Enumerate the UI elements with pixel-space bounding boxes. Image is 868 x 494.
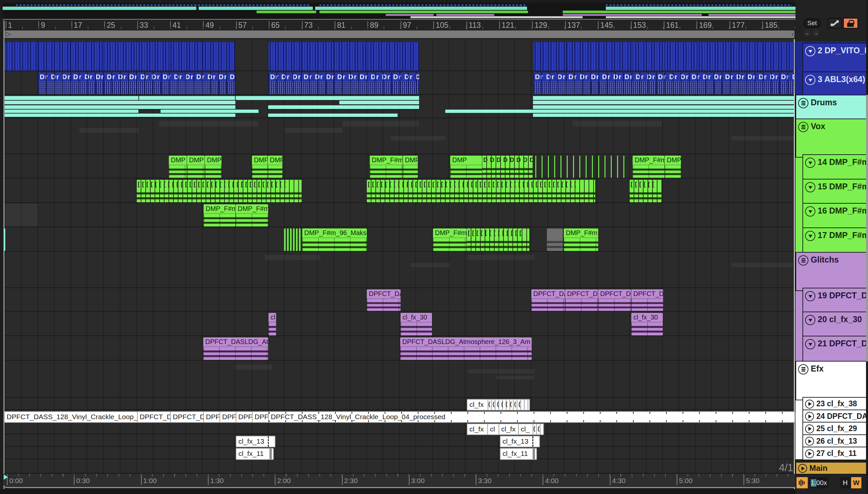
fold-circle-icon[interactable] (805, 339, 815, 349)
clip[interactable]: DPFCT_DA (531, 289, 565, 311)
arrangement-lane-group-efx[interactable] (5, 361, 794, 398)
clip[interactable]: DMP (169, 156, 187, 178)
fold-circle-icon[interactable] (805, 182, 815, 192)
clip[interactable]: cl (269, 313, 276, 336)
clip[interactable]: (((((((( (488, 399, 530, 411)
track-header-23-cl-fx-38[interactable]: 23 cl_fx_38 (803, 397, 868, 411)
track-header-19-dpfct-das[interactable]: 19 DPFCT_DAS (803, 288, 868, 315)
lock-button[interactable] (843, 18, 858, 28)
clip[interactable]: DMP (187, 156, 205, 178)
track-header-drums[interactable]: Drums (795, 95, 868, 122)
track-header-27-cl-fx-11[interactable]: 27 cl_fx_11 (803, 446, 868, 460)
fold-circle-icon[interactable] (805, 206, 815, 216)
arrangement-lane-track-21[interactable]: DPFCT_DASLDG_AtmDPFCT_DASLDG_Atmosphere_… (5, 337, 794, 361)
clip[interactable]: DMP (252, 156, 268, 178)
play-circle-icon[interactable] (805, 412, 814, 421)
clip[interactable]: DPFCT_DASLDG_Atmosphere_126_3_Am (400, 337, 532, 360)
clip[interactable]: [[[[[[[[[[[[[[[[[[[[[[[[[[[[[[[[[[[ (137, 180, 302, 202)
clip[interactable]: cl_fx_13 (236, 436, 275, 447)
track-header-14-dmp-f-m-[interactable]: 14 DMP_F#m_ (803, 154, 868, 182)
arrangement-lane-track-25[interactable]: cl_fxclcl_fxcl_(( (5, 423, 794, 434)
clip[interactable]: DPF( (252, 411, 269, 423)
audition-waveform-button[interactable] (796, 477, 808, 488)
clip[interactable]: DMP_F#m (370, 156, 403, 178)
arrangement-lane-track-3-abl3[interactable]: Dr Dr Dr Dr Dr Dr Dr Dr Dr Dr Dr Dr Dr D… (5, 72, 794, 95)
arrow-right-button[interactable]: → (812, 29, 820, 37)
arrangement-lane-group-drums[interactable] (5, 95, 794, 118)
clip[interactable]: DMP_F#m_96_Maks (302, 228, 367, 251)
fold-circle-icon[interactable] (805, 46, 815, 56)
clip[interactable]: DDDDDDDDDD (482, 156, 533, 178)
link-button[interactable] (828, 18, 842, 28)
arrangement-lane-track-27[interactable]: cl_fx_11cl_fx_11 (5, 447, 794, 459)
clip[interactable]: DPFCT_DASS_128_Vinyl_Crackle_Loop_04_pro… (268, 411, 795, 423)
clip[interactable]: DPFCT_D (598, 289, 631, 311)
track-header-glitchs[interactable]: Glitchs (795, 252, 868, 291)
clip-sliver[interactable] (4, 228, 5, 251)
fold-circle-icon[interactable] (805, 315, 815, 325)
arrangement-lane-track-15[interactable]: [[[[[[[[[[[[[[[[[[[[[[[[[[[[[[[[[[[[[[[[… (5, 179, 794, 203)
clip[interactable] (533, 42, 794, 71)
arrangement-lane-track-19[interactable]: DPFCT_DADPFCT_DADPFCT_DDPFCT_DDPFCT_D (5, 289, 794, 311)
track-header-15-dmp-f-m-[interactable]: 15 DMP_F#m_ (803, 179, 868, 206)
clip[interactable]: DMP (450, 156, 482, 178)
vertical-scrollbar-thumb[interactable] (866, 95, 868, 362)
track-header-2-dp-vito-kic[interactable]: 2 DP_VITO_Kic (803, 43, 868, 75)
clip[interactable] (5, 42, 235, 71)
fold-circle-icon[interactable] (805, 158, 815, 168)
arrangement-lane-track-24[interactable]: DPFCT_DASS_128_Vinyl_Crackle_Loop_(DPFCT… (5, 411, 794, 422)
play-circle-icon[interactable] (798, 464, 807, 473)
menu-circle-icon[interactable] (798, 255, 808, 266)
clip[interactable]: [[[[[[ (630, 180, 661, 202)
track-header-main[interactable]: Main (795, 462, 868, 474)
arrangement-lane-track-26[interactable]: cl_fx_13cl_fx_13 (5, 435, 794, 446)
arrangement-lane-track-20[interactable]: clcl_fx_30cl_fx_30 (5, 312, 794, 336)
arrangement-lane-track-14[interactable]: DMPDMPDMPDMPDMPDMP_F#mDMPDMPDDDDDDDDDDDM… (5, 155, 794, 178)
clip[interactable] (535, 156, 627, 178)
clip[interactable]: DPFCT_DASLDG_Atm (203, 337, 268, 360)
clip[interactable]: (( (533, 423, 544, 435)
clip[interactable]: cl (487, 423, 500, 435)
height-zoom-button[interactable]: H (840, 477, 850, 488)
clip[interactable]: cl_fx_11 (500, 448, 537, 460)
arrangement-lane-track-2-kick[interactable] (5, 41, 794, 71)
clip[interactable]: DMP_F#m (564, 228, 598, 251)
menu-circle-icon[interactable] (798, 122, 808, 132)
clip[interactable]: DPF( (203, 411, 220, 423)
clip[interactable]: DMP_F#m (433, 228, 466, 251)
track-header-26-cl-fx-13[interactable]: 26 cl_fx_13 (803, 434, 868, 448)
clip[interactable]: DPFCT_DA (170, 411, 204, 423)
clip[interactable] (284, 228, 302, 251)
track-header-3-abl3-x64-[interactable]: 3 ABL3(x64) (803, 72, 868, 98)
track-header-21-dpfct-das[interactable]: 21 DPFCT_DAS (803, 336, 868, 364)
fold-circle-icon[interactable] (805, 75, 815, 85)
clip[interactable]: DMP (403, 156, 418, 178)
clip[interactable]: [[[[[[[[[[[[[[[[[[[[[[[[[[[[[[[[[[[[[[[[… (367, 180, 595, 202)
clip[interactable]: DPFCT_D (631, 289, 663, 311)
arrangement-lane-spacer[interactable] (5, 460, 794, 473)
width-zoom-button[interactable]: W (851, 477, 861, 488)
clip[interactable]: DPFCT_D (565, 289, 598, 311)
arrangement-overview[interactable] (3, 3, 865, 20)
arrangement-lane-group-glitchs[interactable] (5, 252, 794, 288)
arrangement-lane-track-16[interactable]: DMP_F#mDMP_F#m (5, 204, 794, 227)
clip[interactable]: DPFCT_DA (367, 289, 401, 311)
clip[interactable]: DMP (205, 156, 221, 178)
arrangement-lane-group-vox[interactable] (5, 119, 794, 154)
clip[interactable]: cl_fx_30 (631, 313, 663, 336)
play-circle-icon[interactable] (805, 437, 814, 446)
clip[interactable]: cl_fx (467, 423, 488, 435)
clip[interactable]: cl_fx_13 (500, 436, 540, 447)
clip[interactable]: cl_fx (499, 423, 519, 435)
clip[interactable]: cl_fx_30 (401, 313, 432, 336)
clip[interactable]: cl_fx_11 (236, 448, 274, 460)
track-header-20-cl-fx-30[interactable]: 20 cl_fx_30 (803, 311, 868, 339)
clip[interactable]: [[[[[[[[[[[[[ (467, 228, 529, 251)
menu-circle-icon[interactable] (798, 364, 808, 375)
clip[interactable]: Dr Dr Dr Dr Dr Dr Dr Dr Dr Dr Dr Dr Dr D… (38, 73, 235, 94)
clip[interactable]: DMP_F#m (204, 204, 235, 226)
clip[interactable]: Dr Dr Dr Dr Dr Dr Dr Dr Dr Dr Dr Dr Dr D… (533, 73, 794, 94)
set-button[interactable]: Set (804, 19, 821, 28)
clip[interactable]: DMP (268, 156, 283, 178)
playhead-triangle-icon[interactable] (4, 474, 8, 480)
